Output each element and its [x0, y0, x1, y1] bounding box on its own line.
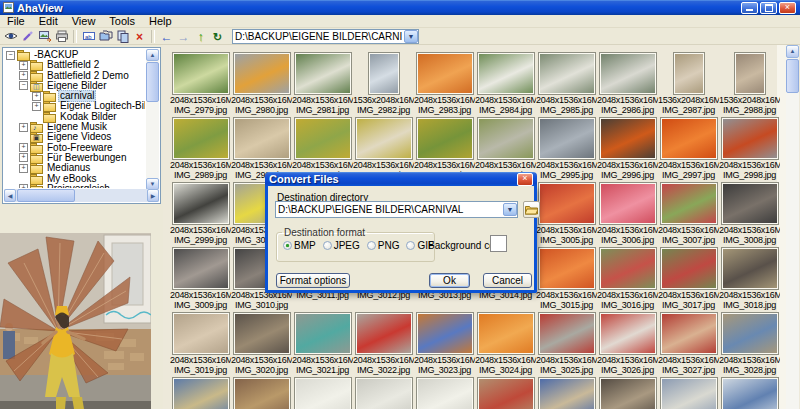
menu-view[interactable]: View — [65, 15, 103, 28]
thumbnail-img_3026[interactable]: 2048x1536x16MIMG_3026.jpg — [597, 312, 658, 375]
plus-expander-icon[interactable]: + — [19, 123, 28, 132]
tree-item-battlefield-2[interactable]: +Battlefield 2 — [4, 60, 145, 70]
window-titlebar[interactable]: AhaView × — [0, 0, 800, 15]
scroll-left-button[interactable]: ◀ — [4, 189, 16, 202]
thumbnail-img_3028[interactable]: 2048x1536x16MIMG_3028.jpg — [719, 312, 780, 375]
background-color-swatch[interactable] — [490, 235, 507, 252]
dialog-titlebar[interactable]: Convert Files × — [265, 172, 537, 186]
view-button[interactable] — [3, 29, 19, 44]
delete-button[interactable]: × — [132, 29, 148, 44]
thumbnail-item[interactable] — [170, 377, 231, 409]
close-button[interactable]: × — [779, 2, 796, 14]
thumbnail-img_2994[interactable]: 2048x1536x16MIMG_2994.jpg — [475, 117, 536, 180]
thumbnail-item[interactable] — [719, 377, 780, 409]
thumbnail-img_2998[interactable]: 2048x1536x16MIMG_2998.jpg — [719, 117, 780, 180]
radio-png[interactable]: PNG — [367, 240, 400, 251]
thumbnail-img_3015[interactable]: 2048x1536x16MIMG_3015.jpg — [536, 247, 597, 310]
copy-button[interactable] — [115, 29, 131, 44]
up-button[interactable]: ↑ — [193, 29, 209, 44]
menu-edit[interactable]: Edit — [32, 15, 65, 28]
back-button[interactable]: ← — [159, 29, 175, 44]
tree-item-preisvergleich[interactable]: +Preisvergleich — [4, 184, 145, 188]
plus-expander-icon[interactable]: + — [19, 143, 28, 152]
radio-jpeg[interactable]: JPEG — [323, 240, 360, 251]
menu-tools[interactable]: Tools — [102, 15, 142, 28]
edit-button[interactable] — [20, 29, 36, 44]
path-input[interactable] — [233, 30, 404, 42]
thumbnail-img_3008[interactable]: 2048x1536x16MIMG_3008.jpg — [719, 182, 780, 245]
thumbnail-img_3018[interactable]: 2048x1536x16MIMG_3018.jpg — [719, 247, 780, 310]
plus-expander-icon[interactable]: + — [19, 61, 28, 70]
scroll-thumb[interactable] — [786, 59, 799, 93]
thumbnail-img_3007[interactable]: 2048x1536x16MIMG_3007.jpg — [658, 182, 719, 245]
thumbnail-img_3019[interactable]: 2048x1536x16MIMG_3019.jpg — [170, 312, 231, 375]
thumbnail-img_3022[interactable]: 2048x1536x16MIMG_3022.jpg — [353, 312, 414, 375]
thumbnail-img_2993[interactable]: 2048x1536x16MIMG_2993.jpg — [414, 117, 475, 180]
thumbnail-img_3027[interactable]: 2048x1536x16MIMG_3027.jpg — [658, 312, 719, 375]
path-combo-dropdown-button[interactable]: ▼ — [404, 30, 418, 43]
thumbnail-img_2990[interactable]: 2048x1536x16MIMG_2990.jpg — [231, 117, 292, 180]
minus-expander-icon[interactable]: − — [6, 51, 15, 60]
thumbnail-img_2997[interactable]: 2048x1536x16MIMG_2997.jpg — [658, 117, 719, 180]
thumbnail-img_2991[interactable]: 2048x1536x16MIMG_2991.jpg — [292, 117, 353, 180]
tree-item-eigene-videos[interactable]: ▣Eigene Videos — [4, 132, 145, 142]
thumbnail-img_2992[interactable]: 2048x1536x16MIMG_2992.jpg — [353, 117, 414, 180]
combo-dropdown-button[interactable]: ▼ — [503, 203, 517, 216]
minus-expander-icon[interactable]: − — [19, 81, 28, 90]
radio-bmp[interactable]: BMP — [283, 240, 316, 251]
thumbnail-item[interactable] — [292, 377, 353, 409]
convert-button[interactable] — [37, 29, 53, 44]
format-options-button[interactable]: Format options — [276, 273, 350, 288]
ok-button[interactable]: Ok — [429, 273, 470, 288]
thumbnail-img_3006[interactable]: 2048x1536x16MIMG_3006.jpg — [597, 182, 658, 245]
thumbnail-img_2979[interactable]: 2048x1536x16MIMG_2979.jpg — [170, 52, 231, 115]
thumbnail-img_3009[interactable]: 2048x1536x16MIMG_3009.jpg — [170, 247, 231, 310]
scroll-thumb[interactable] — [17, 189, 75, 202]
thumbnail-img_2980[interactable]: 2048x1536x16MIMG_2980.jpg — [231, 52, 292, 115]
thumbnail-img_2982[interactable]: 1536x2048x16MIMG_2982.jpg — [353, 52, 414, 115]
thumbnail-item[interactable] — [231, 377, 292, 409]
grid-vertical-scrollbar[interactable]: ▲ — [786, 45, 799, 409]
scroll-up-button[interactable]: ▲ — [146, 49, 159, 61]
thumbnail-img_2988[interactable]: 1536x2048x16MIMG_2988.jpg — [719, 52, 780, 115]
thumbnail-img_2989[interactable]: 2048x1536x16MIMG_2989.jpg — [170, 117, 231, 180]
plus-expander-icon[interactable]: + — [19, 71, 28, 80]
dialog-close-button[interactable]: × — [517, 173, 533, 186]
tree-item-eigene-logitech-bilder[interactable]: +Eigene Logitech-Bilder — [4, 101, 145, 111]
print-button[interactable] — [54, 29, 70, 44]
thumbnail-item[interactable] — [658, 377, 719, 409]
destination-directory-input[interactable] — [276, 204, 503, 215]
cancel-button[interactable]: Cancel — [483, 273, 532, 288]
thumbnail-img_2981[interactable]: 2048x1536x16MIMG_2981.jpg — [292, 52, 353, 115]
thumbnail-img_2985[interactable]: 2048x1536x16MIMG_2985.jpg — [536, 52, 597, 115]
plus-expander-icon[interactable]: + — [32, 102, 41, 111]
thumbnail-img_2986[interactable]: 2048x1536x16MIMG_2986.jpg — [597, 52, 658, 115]
minimize-button[interactable] — [741, 2, 758, 14]
thumbnail-img_2987[interactable]: 1536x2048x16MIMG_2987.jpg — [658, 52, 719, 115]
plus-expander-icon[interactable]: + — [32, 92, 41, 101]
plus-expander-icon[interactable]: + — [19, 153, 28, 162]
plus-expander-icon[interactable]: + — [19, 184, 28, 188]
refresh-button[interactable]: ↻ — [210, 29, 226, 44]
thumbnail-img_3023[interactable]: 2048x1536x16MIMG_3023.jpg — [414, 312, 475, 375]
thumbnail-img_3025[interactable]: 2048x1536x16MIMG_3025.jpg — [536, 312, 597, 375]
browse-folder-button[interactable] — [523, 201, 540, 218]
tree-item-medianus[interactable]: +Medianus — [4, 163, 145, 173]
thumbnail-img_2999[interactable]: 2048x1536x16MIMG_2999.jpg — [170, 182, 231, 245]
thumbnail-img_3021[interactable]: 2048x1536x16MIMG_3021.jpg — [292, 312, 353, 375]
thumbnail-img_3020[interactable]: 2048x1536x16MIMG_3020.jpg — [231, 312, 292, 375]
scroll-right-button[interactable]: ▶ — [147, 189, 159, 202]
thumbnail-img_2984[interactable]: 2048x1536x16MIMG_2984.jpg — [475, 52, 536, 115]
thumbnail-item[interactable] — [353, 377, 414, 409]
menu-help[interactable]: Help — [142, 15, 179, 28]
thumbnail-img_2996[interactable]: 2048x1536x16MIMG_2996.jpg — [597, 117, 658, 180]
menu-file[interactable]: File — [0, 15, 32, 28]
tree-horizontal-scrollbar[interactable]: ◀ ▶ — [4, 189, 159, 202]
thumbnail-item[interactable] — [597, 377, 658, 409]
move-button[interactable] — [98, 29, 114, 44]
thumbnail-img_3017[interactable]: 2048x1536x16MIMG_3017.jpg — [658, 247, 719, 310]
thumbnail-img_2983[interactable]: 2048x1536x16MIMG_2983.jpg — [414, 52, 475, 115]
thumbnail-img_3005[interactable]: 2048x1536x16MIMG_3005.jpg — [536, 182, 597, 245]
thumbnail-item[interactable] — [475, 377, 536, 409]
restore-button[interactable] — [760, 2, 777, 14]
